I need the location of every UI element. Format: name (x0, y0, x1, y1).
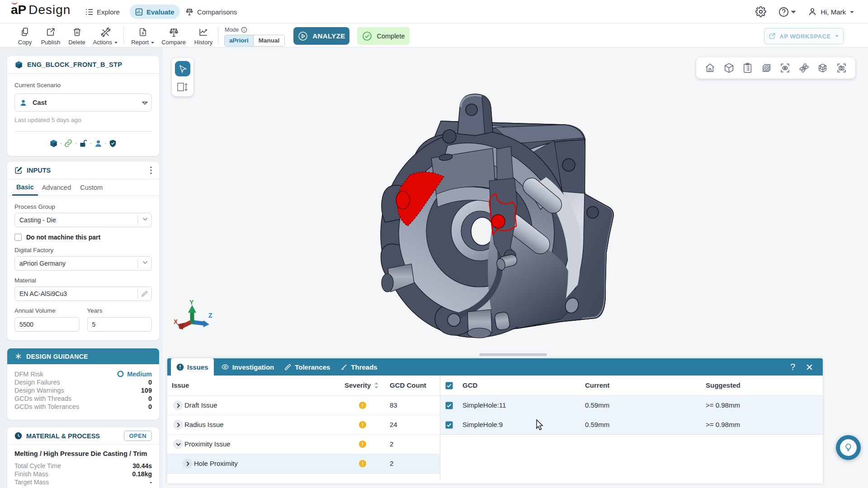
svg-text:X: X (174, 318, 178, 325)
svg-text:Z: Z (208, 312, 212, 319)
svg-text:Y: Y (189, 299, 194, 306)
